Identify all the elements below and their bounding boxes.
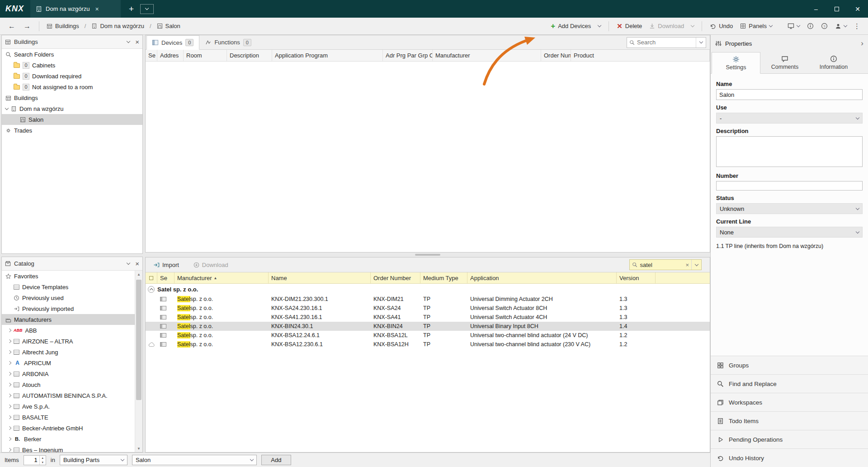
clear-search-icon[interactable]: ×: [683, 262, 691, 268]
forward-button[interactable]: →: [20, 21, 34, 31]
manufacturer-item[interactable]: B. Berker: [2, 434, 135, 444]
table-row[interactable]: Satel sp. z o.o. KNX-SA24.230.16.1 KNX-S…: [146, 304, 710, 313]
name-field[interactable]: [716, 89, 863, 100]
column-room[interactable]: Room: [184, 50, 227, 61]
catalog-item-previously-imported[interactable]: Previously imported: [2, 303, 135, 314]
tree-item-building[interactable]: Dom na wzgórzu: [2, 103, 142, 114]
stepper-arrows[interactable]: ▲▼: [39, 456, 46, 465]
section-buildings[interactable]: Buildings: [2, 92, 142, 103]
column-application-program[interactable]: Application Program: [272, 50, 383, 61]
action-undo-history[interactable]: Undo History: [711, 448, 868, 467]
search-options-dropdown[interactable]: [691, 260, 701, 270]
breadcrumb-room[interactable]: Salon: [154, 21, 183, 31]
items-count-input[interactable]: [24, 457, 39, 463]
manufacturer-item[interactable]: Albrecht Jung: [2, 347, 135, 357]
column-name[interactable]: Name: [269, 272, 371, 283]
devices-search-input[interactable]: [637, 39, 696, 46]
scrollbar-thumb[interactable]: [136, 280, 142, 400]
close-panel-icon[interactable]: ×: [135, 260, 139, 267]
column-application[interactable]: Application: [467, 272, 617, 283]
breadcrumb-buildings[interactable]: Buildings: [44, 21, 82, 31]
section-trades[interactable]: Trades: [2, 125, 142, 136]
column-description[interactable]: Description: [227, 50, 272, 61]
chevron-right-icon[interactable]: [8, 361, 11, 365]
back-button[interactable]: ←: [5, 21, 19, 31]
manufacturer-item[interactable]: Bes – Ingenium: [2, 444, 135, 452]
panel-dropdown-icon[interactable]: [127, 261, 130, 265]
column-address[interactable]: Addres: [157, 50, 184, 61]
tab-comments[interactable]: Comments: [760, 52, 809, 73]
action-todo-items[interactable]: Todo Items: [711, 411, 868, 430]
scroll-down-icon[interactable]: ▼: [137, 445, 141, 452]
manufacturer-item[interactable]: ARBONIA: [2, 368, 135, 379]
section-manufacturers[interactable]: Manufacturers: [2, 314, 135, 325]
column-order-number[interactable]: Order Number: [371, 272, 420, 283]
section-favorites[interactable]: Favorites: [2, 271, 135, 281]
catalog-item-previously-used[interactable]: Previously used: [2, 292, 135, 303]
project-tab[interactable]: Dom na wzgórzu ×: [30, 0, 121, 18]
table-row[interactable]: Satel sp. z o.o. KNX-BSA12.24.6.1 KNX-BS…: [146, 331, 710, 340]
column-medium-type[interactable]: Medium Type: [420, 272, 467, 283]
column-product[interactable]: Product: [571, 50, 710, 61]
use-select[interactable]: -: [716, 113, 863, 124]
chevron-right-icon[interactable]: [8, 383, 11, 386]
chevron-right-icon[interactable]: [8, 394, 11, 397]
manufacturer-item[interactable]: Atouch: [2, 379, 135, 390]
undo-button[interactable]: Undo: [707, 21, 736, 31]
manufacturer-item[interactable]: ABB ABB: [2, 325, 135, 336]
panel-dropdown-icon[interactable]: [127, 39, 130, 43]
description-field[interactable]: [716, 136, 863, 167]
column-version[interactable]: Version: [617, 272, 656, 283]
manufacturer-item[interactable]: BASALTE: [2, 412, 135, 423]
manufacturer-item[interactable]: AIRZONE – ALTRA: [2, 336, 135, 347]
close-tab-icon[interactable]: ×: [94, 5, 101, 14]
column-order-number[interactable]: Order Num: [541, 50, 571, 61]
section-search-folders[interactable]: Search Folders: [2, 49, 142, 60]
collapse-group-icon[interactable]: [148, 286, 155, 293]
manufacturer-item[interactable]: A APRICUM: [2, 357, 135, 368]
folder-download-required[interactable]: 0 Download required: [2, 71, 142, 81]
more-options-button[interactable]: ⋮: [851, 22, 863, 30]
catalog-scrollbar[interactable]: ▲ ▼: [135, 271, 142, 452]
delete-button[interactable]: ✕ Delete: [613, 21, 645, 31]
target-select[interactable]: Salon: [132, 455, 257, 465]
chevron-down-icon[interactable]: [5, 106, 9, 110]
catalog-group-row[interactable]: Satel sp. z o.o.: [146, 284, 710, 295]
chevron-right-icon[interactable]: [8, 339, 11, 343]
action-find-and-replace[interactable]: Find and Replace: [711, 374, 868, 393]
manufacturer-item[interactable]: AUTOMATISMI BENINCA S.P.A.: [2, 390, 135, 401]
user-account-button[interactable]: [832, 21, 850, 31]
maximize-button[interactable]: [826, 0, 847, 18]
action-workspaces[interactable]: Workspaces: [711, 393, 868, 411]
add-button[interactable]: Add: [261, 455, 291, 465]
chevron-right-icon[interactable]: [8, 329, 11, 332]
scope-select[interactable]: Building Parts: [60, 455, 127, 465]
folder-cabinets[interactable]: 0 Cabinets: [2, 60, 142, 71]
tree-item-room-salon[interactable]: Salon: [2, 114, 142, 125]
import-button[interactable]: Import: [150, 260, 182, 270]
tab-devices[interactable]: Devices 0: [146, 35, 199, 50]
tab-settings[interactable]: Settings: [712, 52, 760, 74]
catalog-download-button[interactable]: Download: [190, 260, 231, 270]
action-pending-operations[interactable]: Pending Operations: [711, 430, 868, 448]
help-button[interactable]: ?: [818, 21, 831, 31]
new-tab-button[interactable]: +: [124, 4, 138, 14]
folder-not-assigned[interactable]: 0 Not assigned to a room: [2, 81, 142, 92]
tab-information[interactable]: Information: [809, 52, 858, 73]
panels-button[interactable]: Panels: [737, 21, 775, 31]
chevron-right-icon[interactable]: [8, 448, 11, 452]
column-manufacturer[interactable]: Manufacturer▲: [175, 272, 269, 283]
action-groups[interactable]: Groups: [711, 356, 868, 374]
table-row[interactable]: Satel sp. z o.o. KNX-DIM21.230.300.1 KNX…: [146, 295, 710, 304]
tab-functions[interactable]: Functions 0: [199, 35, 257, 49]
manufacturer-item[interactable]: Becker-Antriebe GmbH: [2, 423, 135, 434]
close-panel-icon[interactable]: ×: [135, 38, 139, 46]
search-options-dropdown[interactable]: [696, 38, 706, 48]
new-tab-dropdown[interactable]: [140, 4, 154, 14]
close-button[interactable]: ✕: [847, 0, 868, 18]
collapse-panel-icon[interactable]: ›: [861, 39, 863, 48]
breadcrumb-building[interactable]: Dom na wzgórzu: [89, 21, 147, 31]
chevron-right-icon[interactable]: [8, 426, 11, 430]
column-select[interactable]: Se: [157, 272, 175, 283]
download-dropdown[interactable]: [688, 24, 697, 29]
